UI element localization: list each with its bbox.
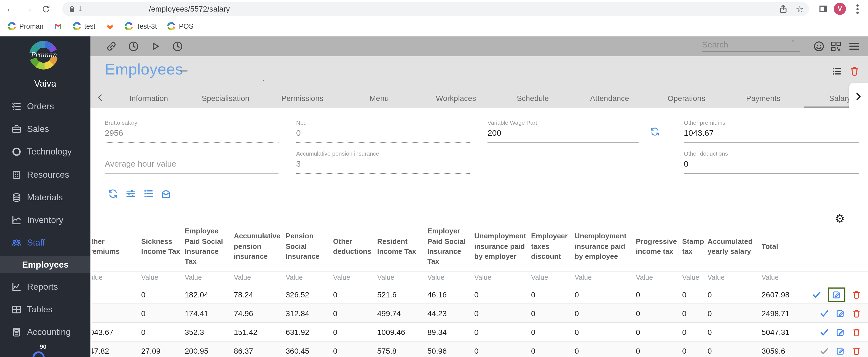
side-panel-icon[interactable] [818, 3, 829, 14]
column-header-unemployment-insurance-paid-by-employee: Unemployment insurance paid by employee [575, 224, 636, 271]
sidebar-item-inventory[interactable]: Inventory [0, 209, 90, 231]
tab-operations[interactable]: Operations [648, 88, 725, 108]
filter-input[interactable]: Value [234, 271, 286, 285]
sidebar-item-accounting[interactable]: Accounting [0, 321, 90, 343]
filter-input[interactable]: Value [286, 271, 333, 285]
approve-check-icon[interactable] [819, 327, 829, 337]
chrome-menu-icon[interactable] [857, 4, 859, 13]
edit-icon[interactable] [835, 327, 845, 337]
field-other-premiums[interactable]: Other premiums1043.67 [684, 119, 859, 143]
bookmark-test[interactable]: test [73, 22, 95, 30]
menu-hamburger-icon[interactable] [848, 40, 860, 52]
sidebar-item-sales[interactable]: Sales [0, 118, 90, 140]
tab-attendance[interactable]: Attendance [571, 88, 648, 108]
delete-employee-icon[interactable] [849, 65, 860, 77]
cell: 521.6 [377, 285, 427, 304]
tab-payments[interactable]: Payments [725, 88, 802, 108]
bell-icon[interactable] [29, 350, 49, 357]
tab-information[interactable]: Information [110, 88, 187, 108]
bookmark-label: Proman [19, 22, 43, 30]
field-other-deductions[interactable]: Other deductions0 [684, 150, 859, 174]
filter-input[interactable]: Value [474, 271, 531, 285]
tables-icon [11, 304, 22, 315]
field-label: Npd [296, 119, 470, 126]
field-accumulative-pension-insurance[interactable]: Accumulative pension insurance3 [296, 150, 470, 174]
column-header-progressive-income-tax: Progressive income tax [636, 224, 682, 271]
sidebar-item-tables[interactable]: Tables [0, 299, 90, 321]
filter-input[interactable]: Value [377, 271, 427, 285]
salary-content: Brutto salary2956Npd0Variable Wage Part2… [90, 108, 868, 357]
tab-workplaces[interactable]: Workplaces [417, 88, 494, 108]
screen: ← → 1 /employees/5572/salary ☆ V Promant… [0, 0, 868, 357]
filter-input[interactable]: Value [333, 271, 377, 285]
search-input[interactable] [702, 40, 800, 52]
tabs-scroll-right-icon[interactable] [853, 92, 863, 101]
url-bar[interactable]: 1 /employees/5572/salary ☆ [62, 2, 809, 16]
delete-row-icon[interactable] [851, 308, 861, 318]
refresh-icon[interactable] [107, 188, 119, 199]
share-icon[interactable] [778, 4, 788, 14]
smiley-icon[interactable] [813, 40, 825, 52]
sidebar-item-orders[interactable]: Orders [0, 95, 90, 118]
approve-check-icon[interactable] [812, 289, 822, 299]
list-icon[interactable] [143, 188, 154, 199]
sidebar-item-reports[interactable]: Reports [0, 276, 90, 298]
filter-input[interactable]: Value [92, 271, 141, 285]
clock-icon[interactable] [127, 40, 140, 52]
filter-input[interactable]: Value [682, 271, 708, 285]
filter-input[interactable]: Value [762, 271, 811, 285]
sidebar-item-resources[interactable]: Resources [0, 164, 90, 186]
bookmark-pos[interactable]: POS [167, 22, 193, 30]
cell: 0 [474, 341, 531, 357]
cell: 0 [636, 341, 682, 357]
edit-icon[interactable] [835, 346, 845, 356]
filter-input[interactable]: Value [575, 271, 636, 285]
approve-check-icon[interactable] [819, 308, 829, 318]
approve-check-icon[interactable] [819, 346, 829, 356]
back-icon[interactable]: ← [3, 2, 18, 16]
mail-icon[interactable] [160, 188, 172, 199]
field-npd[interactable]: Npd0 [296, 119, 470, 143]
page-title-dash: – [180, 62, 187, 78]
sidebar-item-technology[interactable]: Technology [0, 141, 90, 163]
list-view-icon[interactable] [831, 66, 842, 77]
field-brutto-salary[interactable]: Brutto salary2956 [105, 119, 278, 143]
bookmark-proman[interactable]: Proman [8, 22, 43, 30]
edit-icon[interactable] [835, 308, 845, 318]
cell: 0 [474, 285, 531, 304]
bookmark-test-3t[interactable]: Test-3t [125, 22, 157, 30]
history-clock-icon[interactable] [172, 40, 184, 52]
table-settings-gear-icon[interactable]: ⚙ [835, 212, 845, 225]
filter-input[interactable]: Value [531, 271, 575, 285]
reload-icon[interactable] [39, 2, 53, 16]
filter-input[interactable]: Value [708, 271, 762, 285]
qr-code-icon[interactable] [830, 40, 842, 52]
avatar[interactable]: V [834, 3, 846, 15]
bookmark-gmail-icon[interactable] [54, 22, 62, 30]
link-icon[interactable] [105, 40, 118, 52]
play-icon[interactable] [149, 40, 161, 52]
tab-permissions[interactable]: Permissions [264, 88, 341, 108]
recalculate-icon[interactable] [650, 126, 660, 137]
tab-specialisation[interactable]: Specialisation [187, 88, 264, 108]
filter-input[interactable]: Value [636, 271, 682, 285]
delete-row-icon[interactable] [851, 327, 861, 337]
sidebar-item-employees[interactable]: Employees [0, 256, 90, 273]
tabs-scroll-left-icon[interactable] [96, 93, 105, 102]
bookmark-star-icon[interactable]: ☆ [796, 4, 806, 14]
sidebar-item-materials[interactable]: Materials [0, 186, 90, 209]
edit-icon[interactable] [832, 289, 841, 299]
field-variable-wage-part[interactable]: Variable Wage Part200 [488, 119, 639, 143]
sidebar-item-staff[interactable]: Staff [0, 232, 90, 254]
bookmark-gitlab-icon[interactable] [106, 22, 114, 30]
forward-icon[interactable]: → [21, 2, 35, 16]
delete-row-icon[interactable] [851, 289, 861, 299]
tab-menu[interactable]: Menu [341, 88, 418, 108]
filter-input[interactable]: Value [427, 271, 474, 285]
field-average-hour-value[interactable]: Average hour value [105, 159, 278, 174]
delete-row-icon[interactable] [851, 346, 861, 356]
filter-input[interactable]: Value [141, 271, 185, 285]
filter-input[interactable]: Value [185, 271, 234, 285]
tab-schedule[interactable]: Schedule [494, 88, 571, 108]
filters-icon[interactable] [125, 188, 136, 199]
